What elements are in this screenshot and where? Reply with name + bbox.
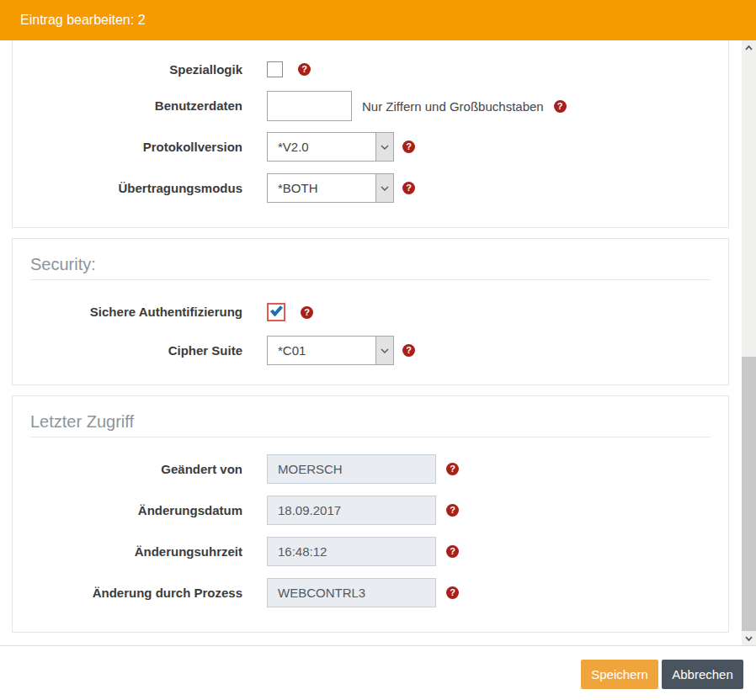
panel-letzter-zugriff: Letzter Zugriff Geändert von MOERSCH ? Ä… [12, 395, 729, 633]
aenderung-durch-prozess-label: Änderung durch Prozess [30, 586, 242, 601]
row-protokollversion: Protokollversion *V2.0 ? [30, 132, 711, 162]
section-divider [30, 437, 711, 438]
chevron-down-icon [375, 133, 393, 161]
row-sichere-authentifizierung: Sichere Authentifizierung ? [30, 303, 711, 321]
cancel-button[interactable]: Abbrechen [662, 660, 743, 689]
help-icon[interactable]: ? [554, 100, 567, 113]
sichere-authentifizierung-checkbox[interactable] [267, 303, 285, 321]
help-icon[interactable]: ? [301, 306, 313, 319]
row-geaendert-von: Geändert von MOERSCH ? [30, 454, 711, 484]
uebertragungsmodus-value: *BOTH [278, 181, 318, 195]
aenderungsuhrzeit-field: 16:48:12 [267, 537, 436, 566]
protokollversion-select[interactable]: *V2.0 [267, 132, 394, 162]
row-speziallogik: Speziallogik ? [30, 61, 711, 77]
scrollbar-thumb[interactable] [742, 357, 756, 631]
aenderungsdatum-label: Änderungsdatum [30, 503, 242, 518]
protokollversion-label: Protokollversion [30, 140, 242, 155]
sichere-authentifizierung-label: Sichere Authentifizierung [30, 305, 242, 320]
aenderung-durch-prozess-field: WEBCONTRL3 [267, 578, 436, 607]
dialog-footer: Speichern Abbrechen [0, 645, 756, 700]
row-aenderungsuhrzeit: Änderungsuhrzeit 16:48:12 ? [30, 537, 711, 566]
help-icon[interactable]: ? [446, 545, 459, 558]
chevron-down-icon [375, 174, 393, 202]
panel-general: Speziallogik ? Benutzerdaten Nur Ziffern… [12, 40, 729, 228]
dialog-title: Eintrag bearbeiten: 2 [20, 13, 146, 28]
cipher-suite-value: *C01 [278, 343, 306, 358]
letzter-zugriff-heading: Letzter Zugriff [30, 411, 711, 432]
help-icon[interactable]: ? [446, 586, 459, 599]
benutzerdaten-hint: Nur Ziffern und Großbuchstaben [362, 99, 544, 114]
benutzerdaten-input[interactable] [267, 91, 352, 121]
speziallogik-label: Speziallogik [30, 62, 242, 77]
help-icon[interactable]: ? [446, 463, 459, 475]
speziallogik-checkbox[interactable] [267, 61, 283, 77]
security-heading: Security: [30, 254, 711, 274]
dialog-body: Speziallogik ? Benutzerdaten Nur Ziffern… [0, 40, 741, 645]
vertical-scrollbar[interactable] [742, 40, 756, 645]
save-button[interactable]: Speichern [581, 660, 658, 689]
help-icon[interactable]: ? [402, 344, 415, 357]
cipher-suite-select[interactable]: *C01 [267, 336, 394, 365]
row-benutzerdaten: Benutzerdaten Nur Ziffern und Großbuchst… [30, 91, 711, 121]
chevron-down-icon [375, 337, 393, 364]
section-divider [30, 279, 711, 280]
protokollversion-value: *V2.0 [278, 140, 309, 154]
uebertragungsmodus-label: Übertragungsmodus [30, 181, 242, 196]
help-icon[interactable]: ? [446, 504, 459, 517]
scroll-up-icon[interactable] [742, 40, 756, 55]
geaendert-von-label: Geändert von [30, 462, 242, 477]
help-icon[interactable]: ? [402, 182, 415, 194]
scroll-down-icon[interactable] [742, 631, 756, 645]
uebertragungsmodus-select[interactable]: *BOTH [267, 173, 394, 203]
row-cipher-suite: Cipher Suite *C01 ? [30, 336, 711, 365]
geaendert-von-field: MOERSCH [267, 454, 436, 484]
checkmark-icon [270, 305, 283, 320]
row-aenderungsdatum: Änderungsdatum 18.09.2017 ? [30, 496, 711, 525]
dialog-header: Eintrag bearbeiten: 2 [0, 0, 756, 40]
benutzerdaten-label: Benutzerdaten [30, 98, 242, 114]
cipher-suite-label: Cipher Suite [30, 343, 242, 358]
aenderungsuhrzeit-label: Änderungsuhrzeit [30, 544, 242, 559]
aenderungsdatum-field: 18.09.2017 [267, 496, 436, 525]
help-icon[interactable]: ? [298, 63, 311, 76]
row-aenderung-durch-prozess: Änderung durch Prozess WEBCONTRL3 ? [30, 578, 711, 607]
row-uebertragungsmodus: Übertragungsmodus *BOTH ? [30, 173, 711, 203]
panel-security: Security: Sichere Authentifizierung ? Ci… [12, 238, 729, 385]
help-icon[interactable]: ? [402, 141, 415, 153]
